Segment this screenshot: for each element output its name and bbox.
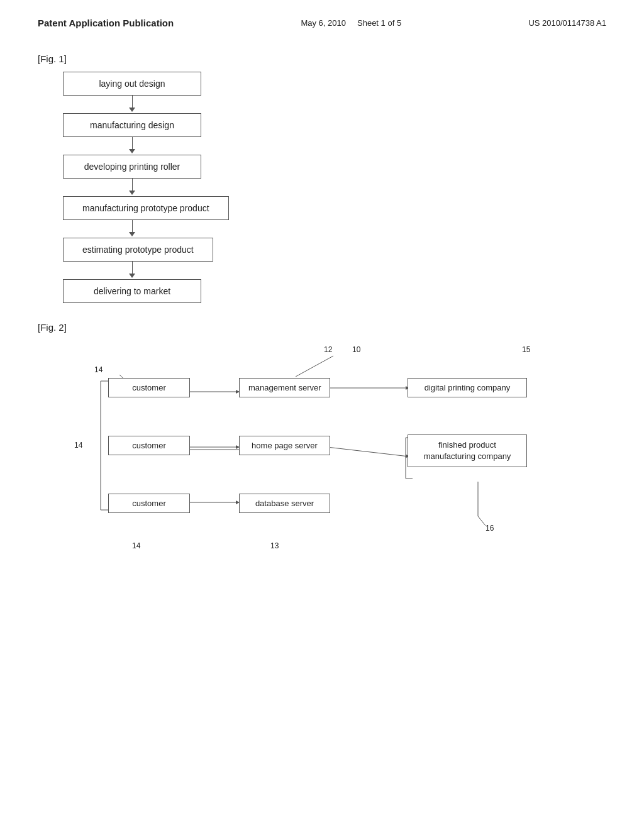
step-laying-out-design: laying out design <box>63 72 201 96</box>
step-manufacturing-prototype: manufacturing prototype product <box>63 196 229 220</box>
label-12: 12 <box>324 345 332 354</box>
label-16: 16 <box>486 524 494 533</box>
publication-date: May 6, 2010 <box>301 18 346 28</box>
step-delivering-to-market: delivering to market <box>63 279 201 303</box>
digital-printing-box: digital printing company <box>408 378 527 397</box>
svg-line-6 <box>327 447 409 456</box>
customer-bot-box: customer <box>108 494 190 513</box>
arrow-4 <box>63 220 201 238</box>
arrow-2 <box>63 137 201 155</box>
fig1-flowchart: laying out design manufacturing design d… <box>63 72 606 303</box>
finished-product-label: finished productmanufacturing company <box>424 440 511 461</box>
label-15: 15 <box>522 345 530 354</box>
home-page-server-box: home page server <box>239 436 330 455</box>
svg-line-15 <box>478 516 486 526</box>
main-content: [Fig. 1] laying out design manufacturing… <box>0 35 644 598</box>
publication-label: Patent Application Publication <box>38 18 174 28</box>
fig2-label: [Fig. 2] <box>38 322 606 333</box>
finished-product-box: finished productmanufacturing company <box>408 434 527 467</box>
fig2-diagram: 12 10 15 14 14 11 16 customer customer c… <box>63 340 604 579</box>
step-developing-printing-roller: developing printing roller <box>63 155 201 179</box>
svg-line-0 <box>296 356 333 377</box>
label-14-bot: 14 <box>132 541 140 550</box>
patent-number: US 2010/0114738 A1 <box>528 18 606 28</box>
label-14-top: 14 <box>94 365 103 374</box>
step-estimating-prototype: estimating prototype product <box>63 238 213 262</box>
label-14-mid: 14 <box>74 441 82 450</box>
sheet-info: Sheet 1 of 5 <box>357 18 401 28</box>
step-manufacturing-design: manufacturing design <box>63 113 201 137</box>
customer-mid-box: customer <box>108 436 190 455</box>
label-13: 13 <box>270 541 279 550</box>
customer-top-box: customer <box>108 378 190 397</box>
arrow-3 <box>63 179 201 196</box>
page-header: Patent Application Publication May 6, 20… <box>0 0 644 35</box>
label-10: 10 <box>352 345 360 354</box>
arrow-1 <box>63 96 201 113</box>
management-server-box: management server <box>239 378 330 397</box>
header-center: May 6, 2010 Sheet 1 of 5 <box>301 18 401 28</box>
arrow-5 <box>63 262 201 279</box>
fig1-label: [Fig. 1] <box>38 53 606 64</box>
database-server-box: database server <box>239 494 330 513</box>
